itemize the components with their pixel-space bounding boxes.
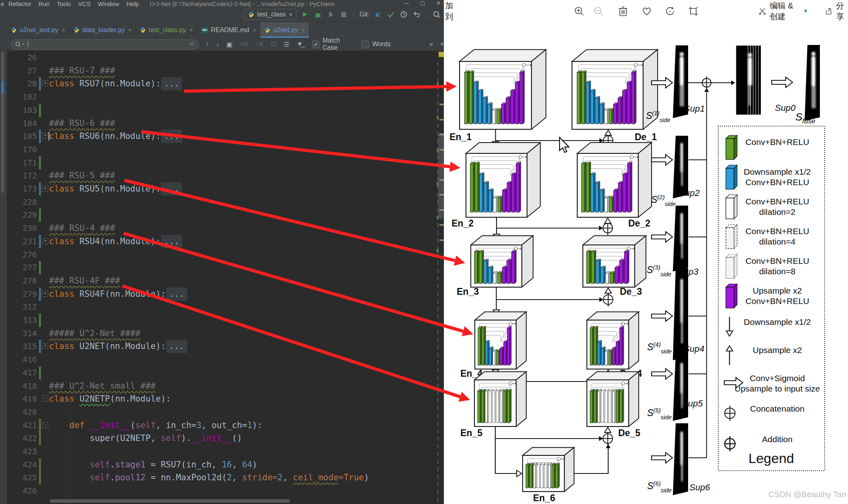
code-line-173[interactable]: 173+class RSU5(nn.Module):... [7,182,444,196]
vertical-scrollbar[interactable] [438,133,443,219]
code-line-105[interactable]: 105+class RSU6(nn.Module):... [7,130,444,143]
code-line-102[interactable]: 102 [7,90,444,104]
warning-stripe-mark[interactable] [439,119,444,120]
fold-toggle-icon[interactable]: + [42,291,48,297]
menu-item-window[interactable]: Window [94,0,123,7]
close-button[interactable]: ✕ [436,0,441,6]
fold-toggle-icon[interactable]: + [42,343,48,349]
edit-create-button[interactable]: 编辑 & 创建 ▼ [759,0,808,22]
code-line-315[interactable]: 315+class U2NET(nn.Module):... [7,340,444,353]
menu-item-partial[interactable]: e [0,0,5,7]
select-all-occurrences-icon[interactable]: ▣ [227,41,233,48]
git-commit-icon[interactable] [386,10,395,19]
warning-stripe-mark[interactable] [439,104,444,105]
tab-close-icon[interactable]: × [190,27,193,33]
code-line-231[interactable]: 231+class RSU4(nn.Module):... [7,235,444,248]
rotate-button[interactable] [665,6,675,16]
fold-toggle-icon[interactable]: + [42,238,48,244]
code-line-229[interactable]: 229 [7,208,444,222]
rollback-icon[interactable] [412,10,421,19]
tab-u2net.py[interactable]: u2net.py× [260,22,309,38]
search-input[interactable]: ▼ ⏎ [11,39,198,49]
tab-data_loader.py[interactable]: data_loader.py× [69,22,136,38]
delete-button[interactable] [618,6,628,16]
fold-toggle-icon[interactable]: + [42,80,48,86]
code-line-419[interactable]: 419-class U2NETP(nn.Module): [7,392,444,406]
history-icon[interactable] [399,10,408,19]
warning-stripe-mark[interactable] [439,239,444,241]
code-line-422[interactable]: 422 super(U2NETP, self).__init__() [7,432,444,445]
code-line-416[interactable]: 416 [7,353,444,366]
code-line-104[interactable]: 104### RSU-6 ### [7,117,444,130]
debug-button[interactable] [313,10,322,19]
warning-stripe-mark[interactable] [439,224,444,226]
menu-item-tools[interactable]: Tools [53,0,75,7]
prev-occurrence-icon[interactable]: ↑ [206,41,209,48]
git-update-icon[interactable] [374,10,382,19]
code-editor[interactable]: 2627### RSU-7 ###28+class RSU7(nn.Module… [7,51,444,504]
code-line-228[interactable]: 228 [7,196,444,209]
tab-close-icon[interactable]: × [128,27,131,33]
folded-region[interactable]: ... [161,130,182,143]
favorite-button[interactable] [642,6,652,16]
menu-item-help[interactable]: Help [123,0,143,7]
share-button[interactable]: 分享 [825,0,848,22]
tool-window-stripe[interactable] [0,22,7,504]
minimize-button[interactable]: — [404,0,409,6]
tab-close-icon[interactable]: × [62,27,65,33]
code-line-28[interactable]: 28+class RSU7(nn.Module):... [7,77,444,90]
code-line-170[interactable]: 170 [7,143,444,156]
menu-item-run[interactable]: Run [35,0,53,7]
code-line-172[interactable]: 172### RSU-5 ### [7,169,444,182]
maximize-button[interactable]: ▢ [420,0,425,6]
code-line-276[interactable]: 276 [7,248,444,261]
code-line-230[interactable]: 230### RSU-4 ### [7,222,444,235]
folded-region[interactable]: ... [161,235,182,248]
code-line-171[interactable]: 171 [7,156,444,169]
folded-region[interactable]: ... [166,288,187,301]
code-line-314[interactable]: 314##### U^2-Net #### [7,327,444,340]
code-line-423[interactable]: 423 [7,445,444,458]
code-line-421[interactable]: 421- def __init__(self, in_ch=3, out_ch=… [7,419,444,432]
inspection-status-square[interactable] [439,52,444,57]
fold-toggle-icon[interactable]: - [42,396,48,402]
code-line-417[interactable]: 417 [7,366,444,380]
fold-toggle-icon[interactable]: - [42,422,48,428]
code-line-103[interactable]: 103 [7,104,444,117]
tab-close-icon[interactable]: × [253,27,256,33]
fold-toggle-icon[interactable]: + [42,133,48,139]
next-occurrence-icon[interactable]: ↓ [216,41,219,48]
code-line-27[interactable]: 27### RSU-7 ### [7,64,444,78]
menu-item-refactor[interactable]: Refactor [5,0,35,7]
newline-icon[interactable]: ⏎ [189,41,194,48]
search-everywhere-icon[interactable] [433,10,441,19]
run-config-selector[interactable]: test_class ▼ [244,9,296,20]
tab-u2net_test.py[interactable]: u2net_test.py× [7,22,69,38]
crop-button[interactable] [688,6,699,16]
code-line-424[interactable]: 424 self.stage1 = RSU7(in_ch, 16, 64) [7,458,444,471]
horizontal-scrollbar[interactable] [50,499,290,503]
zoom-in-button[interactable] [574,6,584,16]
close-find-icon[interactable]: × [440,41,444,48]
add-to-button[interactable]: 加到 [445,0,458,22]
folded-region[interactable]: ... [161,77,182,90]
match-case-checkbox[interactable]: ✓ Match Case [313,37,352,51]
code-line-313[interactable]: 313 [7,314,444,327]
tab-close-icon[interactable]: × [302,27,305,33]
overflow-actions-icon[interactable]: » [429,41,433,48]
code-line-312[interactable]: 312 [7,300,444,314]
code-line-426[interactable]: 426 [7,484,444,498]
menu-item-vcs[interactable]: VCS [75,0,94,7]
tab-test_class.py[interactable]: test_class.py× [136,22,197,38]
search-results-icon[interactable]: ☰ [284,41,289,48]
tab-README.md[interactable]: MDREADME.md× [197,22,260,38]
search-chevron-icon[interactable]: ▼ [22,42,25,46]
filter-icon[interactable]: ▼̲ [296,41,303,48]
fold-toggle-icon[interactable]: + [42,186,48,192]
code-line-425[interactable]: 425 self.pool12 = nn.MaxPool2d(2, stride… [7,471,444,484]
code-line-26[interactable]: 26 [7,51,444,64]
folded-region[interactable]: ... [166,340,187,353]
words-checkbox[interactable]: Words [362,41,391,48]
code-line-278[interactable]: 278### RSU-4F ### [7,274,444,288]
code-line-277[interactable]: 277 [7,261,444,274]
